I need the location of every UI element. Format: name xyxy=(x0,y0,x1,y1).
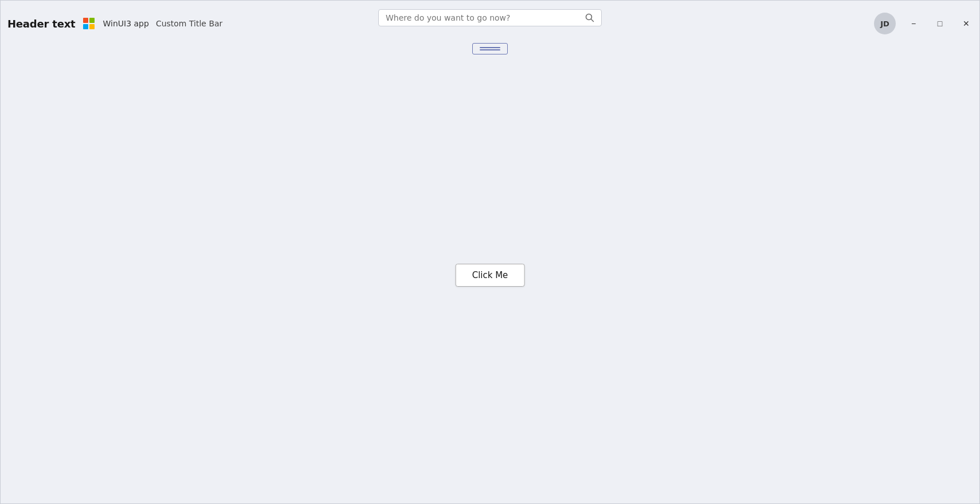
header-text: Header text xyxy=(7,18,75,30)
svg-rect-0 xyxy=(83,18,88,23)
search-input[interactable] xyxy=(386,13,581,22)
toolbar-line-1 xyxy=(480,47,500,48)
center-button-container: Click Me xyxy=(456,264,525,287)
close-button[interactable]: ✕ xyxy=(953,1,979,46)
search-container xyxy=(378,9,602,26)
content-area: Click Me xyxy=(1,46,979,503)
svg-rect-2 xyxy=(83,24,88,29)
toolbar-line-2 xyxy=(480,49,500,50)
search-box[interactable] xyxy=(378,9,602,26)
app-window: Header text WinUI3 app Custom Title Bar xyxy=(0,0,980,504)
title-bar-right: JD − □ ✕ xyxy=(874,1,979,46)
top-bar-element xyxy=(1,46,979,58)
small-toolbar xyxy=(472,43,508,54)
svg-rect-3 xyxy=(89,24,95,29)
search-icon xyxy=(585,13,594,22)
avatar[interactable]: JD xyxy=(874,13,896,34)
title-bar: Header text WinUI3 app Custom Title Bar xyxy=(1,1,979,46)
click-me-button[interactable]: Click Me xyxy=(456,264,525,287)
svg-rect-1 xyxy=(89,18,95,23)
app-name-label: WinUI3 app xyxy=(103,19,148,28)
title-bar-left: Header text WinUI3 app Custom Title Bar xyxy=(1,17,222,30)
app-icon xyxy=(82,17,96,30)
minimize-button[interactable]: − xyxy=(900,1,927,46)
svg-line-5 xyxy=(591,19,594,22)
maximize-button[interactable]: □ xyxy=(927,1,953,46)
toolbar-lines xyxy=(476,45,504,52)
custom-title-bar-label: Custom Title Bar xyxy=(156,19,222,28)
